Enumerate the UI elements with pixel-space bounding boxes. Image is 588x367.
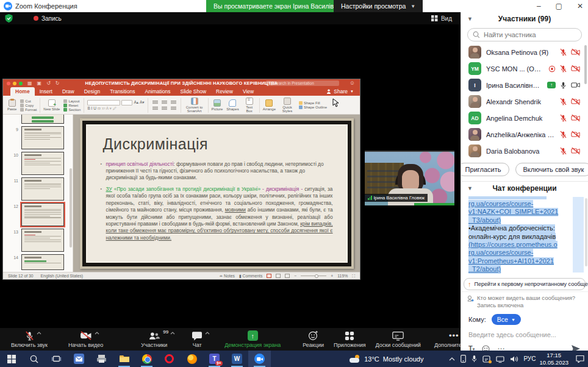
participant-row[interactable]: Anzhelika/Анжеліка Krakovska/...	[461, 126, 588, 143]
emoji-icon[interactable]	[482, 345, 490, 351]
reset-button: Reset	[63, 104, 81, 107]
chat-message-input[interactable]	[468, 331, 581, 338]
avatar: І	[468, 79, 481, 91]
chat-link[interactable]: v1:NAZK+COI_SIMPLE+2021	[468, 208, 558, 216]
taskbar-firefox[interactable]	[181, 351, 203, 367]
search-participant-input[interactable]	[467, 28, 582, 41]
tray-mic-icon[interactable]	[471, 355, 477, 363]
video-off-icon	[80, 331, 92, 340]
taskbar-word[interactable]: W	[226, 351, 248, 367]
taskbar-file-explorer[interactable]	[113, 351, 135, 367]
chat-scrollbar[interactable]	[585, 198, 587, 266]
taskbar-weather-widget[interactable]: 13°C Mostly cloudy	[350, 355, 423, 363]
taskbar-mail-app[interactable]	[68, 351, 90, 367]
encryption-shield-icon[interactable]	[5, 14, 13, 23]
ppt-ribbon-tabs: Home Insert Draw Design Transitions Anim…	[3, 87, 360, 96]
slide-thumbnails-panel: 9 10 11 12 13 14	[3, 115, 73, 272]
view-button[interactable]: Вид	[431, 15, 452, 22]
start-button[interactable]	[0, 351, 23, 367]
mic-muted-icon	[559, 147, 567, 155]
collapse-participants-chevron[interactable]: ▼	[467, 16, 473, 22]
view-options-dropdown[interactable]: Настройки просмотра ▼	[334, 0, 423, 12]
video-off-icon	[571, 114, 581, 122]
invite-button[interactable]: Пригласить	[461, 163, 509, 176]
task-view-button[interactable]	[45, 351, 68, 367]
opera-icon	[165, 354, 174, 363]
more-options-icon[interactable]: ⋯	[497, 345, 504, 351]
jump-to-unread-button[interactable]: ↑ Перейти к первому непрочитанному сообщ…	[464, 278, 586, 290]
tray-network-icon[interactable]	[496, 355, 504, 363]
send-message-icon[interactable]	[571, 344, 581, 351]
participant-row[interactable]: Alexandr Shendrik	[461, 93, 588, 110]
chevron-down-icon: ▼	[511, 318, 515, 322]
unmute-button[interactable]: Включить свой звук	[515, 163, 588, 176]
taskbar-opera[interactable]	[158, 351, 181, 367]
justify-button	[170, 105, 177, 111]
zoom-in-icon: +	[331, 274, 333, 278]
chevron-up-icon[interactable]	[170, 332, 175, 335]
chat-link[interactable]: rg.ua/courses/course-	[468, 249, 533, 257]
chat-link[interactable]: _T3/about)	[468, 216, 501, 224]
start-video-button[interactable]: Начать видео	[68, 330, 103, 348]
meeting-sidebar: ▼ Участники (99) Oksana Petinova (Я) YM …	[461, 12, 588, 351]
chat-link[interactable]: v1:Prometheus+AI101+2021	[468, 257, 554, 265]
language-indicator[interactable]: РУС	[523, 355, 536, 362]
taskbar-chrome[interactable]	[135, 351, 158, 367]
taskbar-scanner-app[interactable]	[90, 351, 113, 367]
unmute-audio-button[interactable]: Включить звук	[11, 330, 48, 348]
tray-speaker-icon[interactable]	[510, 355, 518, 363]
participant-row[interactable]: YM YSC MON ... (Организатор)	[461, 60, 588, 77]
redo-icon: ↻	[56, 79, 60, 87]
taskbar-zoom-active[interactable]	[248, 351, 271, 367]
chat-link[interactable]: _T2/about)	[468, 265, 501, 273]
bold-italic-underline-buttons: B I U	[87, 106, 96, 110]
chat-link[interactable]: rg.ua/courses/course-	[468, 200, 533, 208]
chrome-icon	[142, 354, 152, 364]
taskbar-search-button[interactable]	[23, 351, 45, 367]
apps-button[interactable]: Приложения	[334, 330, 366, 348]
avatar	[468, 128, 481, 141]
video-off-icon	[571, 48, 581, 56]
whiteboards-button[interactable]: Доски сообщений	[376, 330, 421, 348]
reactions-button[interactable]: Реакции	[303, 330, 324, 348]
chat-button[interactable]: Чат	[192, 330, 203, 348]
weather-temp: 13°C	[364, 355, 379, 363]
maximize-button[interactable]: ▢	[556, 0, 562, 12]
search-icon	[268, 82, 272, 85]
participant-row[interactable]: Oksana Petinova (Я)	[461, 44, 588, 60]
minimize-button[interactable]: –	[537, 0, 541, 12]
chevron-down-icon: ▼	[411, 4, 415, 9]
taskbar-teams[interactable]: T9+	[203, 351, 226, 367]
text-format-icon[interactable]: T▾	[468, 344, 475, 351]
participant-row[interactable]: Daria Balobanova	[461, 143, 588, 159]
collapse-chat-chevron[interactable]: ▼	[467, 185, 473, 191]
action-center-button[interactable]	[572, 351, 588, 367]
tray-app-badge-icon[interactable]	[482, 355, 490, 363]
tray-phone-icon[interactable]	[461, 355, 466, 363]
participants-scrollbar[interactable]	[584, 45, 587, 84]
share-screen-button[interactable]: ↑ Демонстрация экрана	[224, 330, 281, 348]
participant-row[interactable]: AD Angelina Demchuk	[461, 110, 588, 126]
insert-picture-button: Picture	[210, 99, 225, 111]
chat-header: ▼ Чат конференции	[461, 182, 588, 194]
chevron-up-icon[interactable]	[37, 332, 41, 335]
window-title: Zoom Конференция	[15, 2, 77, 10]
recipient-dropdown[interactable]: Все ▼	[492, 314, 521, 325]
participants-button[interactable]: 99 Участники	[141, 330, 167, 348]
chevron-up-icon[interactable]	[205, 332, 210, 335]
participants-count-badge: 99	[163, 329, 168, 335]
speaking-indicator-strip	[414, 203, 454, 205]
close-button[interactable]: ✕	[577, 0, 583, 12]
chat-link[interactable]: (https://courses.prometheus.o	[468, 241, 558, 249]
insert-shapes-button: Shapes	[224, 99, 240, 111]
participants-header: ▼ Участники (99)	[461, 12, 588, 25]
participant-row[interactable]: І Ірина Василівна Гловюк ↑	[461, 77, 588, 93]
taskbar-clock[interactable]: 17:15 10.05.2023	[539, 352, 568, 366]
chat-privacy-notice: Кто может видеть ваши сообщения? Запись …	[461, 291, 588, 310]
chevron-up-icon[interactable]	[95, 332, 99, 335]
tray-chevron-up-icon[interactable]	[449, 357, 455, 361]
undo-icon: ↺	[46, 79, 51, 87]
windows-taskbar: T9+ W 13°C Mostly cloudy РУС 17:15 10.05…	[0, 351, 588, 367]
mic-muted-icon	[559, 48, 567, 56]
recording-indicator[interactable]: Запись	[34, 15, 62, 22]
